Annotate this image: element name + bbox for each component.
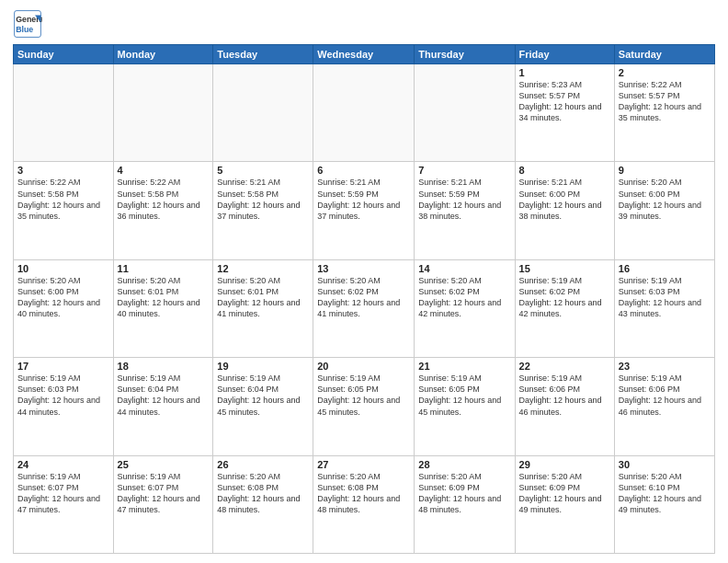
day-cell: 18Sunrise: 5:19 AM Sunset: 6:04 PM Dayli…	[113, 358, 213, 455]
day-info: Sunrise: 5:20 AM Sunset: 6:08 PM Dayligh…	[217, 471, 309, 516]
day-number: 13	[317, 263, 410, 274]
day-info: Sunrise: 5:20 AM Sunset: 6:09 PM Dayligh…	[519, 471, 610, 516]
day-cell: 4Sunrise: 5:22 AM Sunset: 5:58 PM Daylig…	[113, 162, 213, 259]
weekday-header-wednesday: Wednesday	[313, 45, 415, 64]
day-cell: 9Sunrise: 5:20 AM Sunset: 6:00 PM Daylig…	[614, 162, 714, 259]
day-cell: 13Sunrise: 5:20 AM Sunset: 6:02 PM Dayli…	[313, 259, 415, 357]
day-info: Sunrise: 5:20 AM Sunset: 6:01 PM Dayligh…	[217, 275, 309, 320]
day-info: Sunrise: 5:22 AM Sunset: 5:58 PM Dayligh…	[17, 177, 109, 222]
header: General Blue	[13, 9, 715, 39]
day-number: 7	[418, 165, 510, 176]
day-cell: 5Sunrise: 5:21 AM Sunset: 5:58 PM Daylig…	[213, 162, 313, 259]
day-cell: 25Sunrise: 5:19 AM Sunset: 6:07 PM Dayli…	[113, 455, 213, 553]
day-cell: 22Sunrise: 5:19 AM Sunset: 6:06 PM Dayli…	[515, 358, 614, 455]
day-info: Sunrise: 5:20 AM Sunset: 6:00 PM Dayligh…	[619, 177, 711, 222]
day-number: 5	[217, 165, 309, 176]
day-cell: 6Sunrise: 5:21 AM Sunset: 5:59 PM Daylig…	[313, 162, 415, 259]
weekday-header-saturday: Saturday	[614, 45, 714, 64]
day-number: 20	[317, 361, 410, 372]
day-cell	[313, 64, 415, 162]
day-cell	[213, 64, 313, 162]
day-info: Sunrise: 5:21 AM Sunset: 5:58 PM Dayligh…	[217, 177, 309, 222]
day-cell: 30Sunrise: 5:20 AM Sunset: 6:10 PM Dayli…	[614, 455, 714, 553]
weekday-header-thursday: Thursday	[415, 45, 515, 64]
day-number: 15	[519, 263, 610, 274]
day-cell: 20Sunrise: 5:19 AM Sunset: 6:05 PM Dayli…	[313, 358, 415, 455]
day-cell: 12Sunrise: 5:20 AM Sunset: 6:01 PM Dayli…	[213, 259, 313, 357]
day-info: Sunrise: 5:21 AM Sunset: 5:59 PM Dayligh…	[418, 177, 510, 222]
svg-text:Blue: Blue	[16, 25, 33, 34]
day-info: Sunrise: 5:20 AM Sunset: 6:02 PM Dayligh…	[418, 275, 510, 320]
weekday-header-friday: Friday	[515, 45, 614, 64]
day-cell: 23Sunrise: 5:19 AM Sunset: 6:06 PM Dayli…	[614, 358, 714, 455]
weekday-header-sunday: Sunday	[14, 45, 114, 64]
day-number: 17	[17, 361, 109, 372]
day-info: Sunrise: 5:19 AM Sunset: 6:07 PM Dayligh…	[118, 471, 210, 516]
day-number: 12	[217, 263, 309, 274]
day-number: 1	[519, 67, 610, 78]
day-info: Sunrise: 5:19 AM Sunset: 6:04 PM Dayligh…	[118, 373, 210, 418]
day-number: 22	[519, 361, 610, 372]
day-info: Sunrise: 5:22 AM Sunset: 5:58 PM Dayligh…	[118, 177, 210, 222]
day-number: 10	[17, 263, 109, 274]
day-info: Sunrise: 5:19 AM Sunset: 6:04 PM Dayligh…	[217, 373, 309, 418]
day-info: Sunrise: 5:19 AM Sunset: 6:02 PM Dayligh…	[519, 275, 610, 320]
day-number: 9	[619, 165, 711, 176]
week-row-4: 17Sunrise: 5:19 AM Sunset: 6:03 PM Dayli…	[14, 358, 715, 455]
day-info: Sunrise: 5:22 AM Sunset: 5:57 PM Dayligh…	[619, 79, 711, 124]
day-number: 28	[418, 459, 510, 470]
day-cell: 24Sunrise: 5:19 AM Sunset: 6:07 PM Dayli…	[14, 455, 114, 553]
day-number: 24	[17, 459, 109, 470]
day-cell: 28Sunrise: 5:20 AM Sunset: 6:09 PM Dayli…	[415, 455, 515, 553]
day-number: 25	[118, 459, 210, 470]
day-info: Sunrise: 5:21 AM Sunset: 6:00 PM Dayligh…	[519, 177, 610, 222]
day-cell: 1Sunrise: 5:23 AM Sunset: 5:57 PM Daylig…	[515, 64, 614, 162]
day-number: 4	[118, 165, 210, 176]
day-number: 29	[519, 459, 610, 470]
day-info: Sunrise: 5:19 AM Sunset: 6:03 PM Dayligh…	[619, 275, 711, 320]
day-info: Sunrise: 5:21 AM Sunset: 5:59 PM Dayligh…	[317, 177, 410, 222]
day-cell: 14Sunrise: 5:20 AM Sunset: 6:02 PM Dayli…	[415, 259, 515, 357]
day-info: Sunrise: 5:19 AM Sunset: 6:06 PM Dayligh…	[619, 373, 711, 418]
day-info: Sunrise: 5:19 AM Sunset: 6:05 PM Dayligh…	[418, 373, 510, 418]
day-cell: 7Sunrise: 5:21 AM Sunset: 5:59 PM Daylig…	[415, 162, 515, 259]
day-number: 18	[118, 361, 210, 372]
calendar-table: SundayMondayTuesdayWednesdayThursdayFrid…	[13, 44, 715, 554]
day-info: Sunrise: 5:20 AM Sunset: 6:01 PM Dayligh…	[118, 275, 210, 320]
day-info: Sunrise: 5:19 AM Sunset: 6:05 PM Dayligh…	[317, 373, 410, 418]
day-cell	[113, 64, 213, 162]
page: General Blue SundayMondayTuesdayWednesda…	[0, 0, 728, 563]
day-cell: 15Sunrise: 5:19 AM Sunset: 6:02 PM Dayli…	[515, 259, 614, 357]
day-number: 6	[317, 165, 410, 176]
day-cell: 16Sunrise: 5:19 AM Sunset: 6:03 PM Dayli…	[614, 259, 714, 357]
day-number: 14	[418, 263, 510, 274]
day-number: 21	[418, 361, 510, 372]
weekday-header-row: SundayMondayTuesdayWednesdayThursdayFrid…	[14, 45, 715, 64]
week-row-1: 1Sunrise: 5:23 AM Sunset: 5:57 PM Daylig…	[14, 64, 715, 162]
day-cell: 17Sunrise: 5:19 AM Sunset: 6:03 PM Dayli…	[14, 358, 114, 455]
day-cell: 10Sunrise: 5:20 AM Sunset: 6:00 PM Dayli…	[14, 259, 114, 357]
day-info: Sunrise: 5:20 AM Sunset: 6:10 PM Dayligh…	[619, 471, 711, 516]
day-cell	[415, 64, 515, 162]
day-cell: 3Sunrise: 5:22 AM Sunset: 5:58 PM Daylig…	[14, 162, 114, 259]
day-info: Sunrise: 5:23 AM Sunset: 5:57 PM Dayligh…	[519, 79, 610, 124]
day-cell: 19Sunrise: 5:19 AM Sunset: 6:04 PM Dayli…	[213, 358, 313, 455]
day-cell: 21Sunrise: 5:19 AM Sunset: 6:05 PM Dayli…	[415, 358, 515, 455]
day-number: 11	[118, 263, 210, 274]
day-cell: 11Sunrise: 5:20 AM Sunset: 6:01 PM Dayli…	[113, 259, 213, 357]
day-number: 16	[619, 263, 711, 274]
day-cell	[14, 64, 114, 162]
day-number: 19	[217, 361, 309, 372]
day-cell: 29Sunrise: 5:20 AM Sunset: 6:09 PM Dayli…	[515, 455, 614, 553]
day-info: Sunrise: 5:20 AM Sunset: 6:02 PM Dayligh…	[317, 275, 410, 320]
weekday-header-monday: Monday	[113, 45, 213, 64]
logo: General Blue	[13, 9, 44, 39]
logo-icon: General Blue	[13, 9, 42, 39]
day-info: Sunrise: 5:19 AM Sunset: 6:06 PM Dayligh…	[519, 373, 610, 418]
day-number: 23	[619, 361, 711, 372]
day-info: Sunrise: 5:19 AM Sunset: 6:07 PM Dayligh…	[17, 471, 109, 516]
weekday-header-tuesday: Tuesday	[213, 45, 313, 64]
day-number: 2	[619, 67, 711, 78]
week-row-2: 3Sunrise: 5:22 AM Sunset: 5:58 PM Daylig…	[14, 162, 715, 259]
day-info: Sunrise: 5:20 AM Sunset: 6:08 PM Dayligh…	[317, 471, 410, 516]
